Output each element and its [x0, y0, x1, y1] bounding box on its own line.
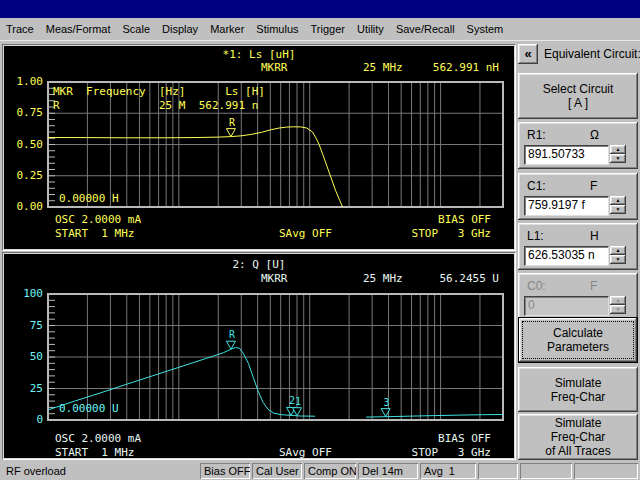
svg-text:1: 1: [295, 396, 301, 407]
spinner-down-l1[interactable]: ▼: [610, 255, 626, 264]
ls-chart-title: *1: Ls [uH]: [3, 49, 515, 61]
q-chart-panel: R213 2: Q [U] MKRR 25 MHz 56.2455 U 0.00…: [2, 252, 516, 460]
param-group-c1: C1:F759.9197 f▲▼: [518, 173, 638, 220]
y-axis-tick-label: 1.00: [9, 76, 43, 88]
y-axis-tick-label: 100: [9, 288, 43, 300]
select-circuit-button[interactable]: Select Circuit [ A ]: [518, 73, 638, 119]
q-osc-level: OSC 2.0000 mA: [55, 433, 141, 445]
simulate-all-traces-button[interactable]: Simulate Freq-Char of All Traces: [518, 414, 638, 460]
param-unit-c1: F: [590, 179, 597, 193]
status-bias-off: Bias OFF: [200, 463, 250, 479]
y-axis-tick-label: 0: [9, 414, 43, 426]
status-cal-user: Cal User: [252, 463, 302, 479]
spinner-down-r1[interactable]: ▼: [610, 154, 626, 163]
status-message: RF overload: [2, 463, 198, 479]
svg-text:R: R: [229, 117, 236, 128]
q-marker-freq: 25 MHz: [363, 273, 403, 285]
menu-system[interactable]: System: [461, 20, 510, 38]
collapse-panel-button[interactable]: «: [518, 44, 538, 64]
ls-sweep-avg: SAvg OFF: [279, 228, 332, 240]
y-axis-tick-label: 0.00: [9, 201, 43, 213]
spinner-up-c1[interactable]: ▲: [610, 196, 626, 205]
panel-title: Equivalent Circuit:: [544, 47, 640, 61]
menu-meas-format[interactable]: Meas/Format: [40, 20, 117, 38]
status-empty-cell: [520, 463, 572, 479]
menu-bar: TraceMeas/FormatScaleDisplayMarkerStimul…: [0, 18, 640, 41]
status-bar: RF overloadBias OFFCal UserComp ONDel 14…: [0, 462, 640, 480]
param-unit-c0: F: [590, 279, 597, 293]
param-spinner-c0: ▲▼: [610, 296, 626, 314]
y-axis-tick-label: 0.75: [9, 107, 43, 119]
y-axis-tick-label: 75: [9, 320, 43, 332]
param-input-c0: 0: [524, 296, 609, 316]
param-label-c0: C0:: [527, 279, 546, 293]
ls-marker-table-row: R 25 M 562.991 n: [53, 100, 258, 112]
spinner-down-c0: ▼: [610, 305, 626, 314]
svg-text:R: R: [229, 329, 236, 340]
status-comp-on: Comp ON: [304, 463, 356, 479]
param-unit-l1: H: [590, 229, 599, 243]
analyzer-screen: Trace 1 - E4991A RF Impedance/Material A…: [0, 0, 640, 480]
q-sweep-avg: SAvg OFF: [279, 447, 332, 459]
param-label-l1: L1:: [527, 229, 544, 243]
equivalent-circuit-panel: « Equivalent Circuit: Select Circuit [ A…: [516, 42, 640, 462]
menu-stimulus[interactable]: Stimulus: [250, 20, 304, 38]
param-group-l1: L1:H626.53035 n▲▼: [518, 223, 638, 270]
ls-marker-freq: 25 MHz: [363, 62, 403, 74]
menu-marker[interactable]: Marker: [204, 20, 250, 38]
q-chart-plot: R213: [4, 254, 514, 458]
y-axis-tick-label: 0.50: [9, 139, 43, 151]
y-axis-tick-label: 0.25: [9, 170, 43, 182]
ls-chart-panel: R *1: Ls [uH] MKRR 25 MHz 562.991 nH MKR…: [2, 44, 516, 251]
ls-bias-status: BIAS OFF: [438, 214, 491, 226]
menu-utility[interactable]: Utility: [351, 20, 390, 38]
y-axis-tick-label: 25: [9, 383, 43, 395]
ls-stop-freq: STOP 3 GHz: [412, 228, 491, 240]
menu-trace[interactable]: Trace: [0, 20, 40, 38]
ls-marker-table-header: MKR Frequency [Hz] Ls [H]: [53, 86, 265, 98]
ls-marker-mode: MKRR: [261, 62, 288, 74]
param-label-r1: R1:: [527, 128, 546, 142]
ls-marker-value: 562.991 nH: [433, 62, 499, 74]
simulate-freq-char-button[interactable]: Simulate Freq-Char: [518, 367, 638, 412]
calculate-parameters-button[interactable]: Calculate Parameters: [518, 317, 638, 363]
param-group-r1: R1:Ω891.50733▲▼: [518, 122, 638, 169]
spinner-up-c0: ▲: [610, 296, 626, 305]
q-marker-value: 56.2455 U: [439, 273, 499, 285]
status-empty-cell: [478, 463, 518, 479]
status-empty-cell: [574, 463, 638, 479]
param-group-c0: C0:F0▲▼: [518, 273, 638, 320]
q-reference-value: 0.00000 U: [59, 403, 119, 415]
param-label-c1: C1:: [527, 179, 546, 193]
menu-save-recall[interactable]: Save/Recall: [390, 20, 461, 38]
q-start-freq: START 1 MHz: [55, 447, 134, 459]
param-input-r1[interactable]: 891.50733: [524, 145, 609, 165]
param-input-c1[interactable]: 759.9197 f: [524, 196, 609, 216]
svg-text:3: 3: [384, 397, 390, 408]
ls-start-freq: START 1 MHz: [55, 228, 134, 240]
menu-trigger[interactable]: Trigger: [305, 20, 351, 38]
ls-osc-level: OSC 2.0000 mA: [55, 214, 141, 226]
menu-scale[interactable]: Scale: [117, 20, 157, 38]
menu-display[interactable]: Display: [156, 20, 204, 38]
ls-reference-value: 0.00000 H: [59, 193, 119, 205]
q-chart-title: 2: Q [U]: [3, 259, 515, 271]
focus-rect: [522, 321, 634, 359]
q-bias-status: BIAS OFF: [438, 433, 491, 445]
q-marker-mode: MKRR: [261, 273, 288, 285]
window-titlebar: Trace 1 - E4991A RF Impedance/Material A…: [0, 0, 640, 18]
spinner-up-r1[interactable]: ▲: [610, 145, 626, 154]
param-unit-r1: Ω: [590, 128, 599, 142]
spinner-up-l1[interactable]: ▲: [610, 246, 626, 255]
param-input-l1[interactable]: 626.53035 n: [524, 246, 609, 266]
status-avg-1: Avg 1: [420, 463, 476, 479]
spinner-down-c1[interactable]: ▼: [610, 205, 626, 214]
status-del-14m: Del 14m: [358, 463, 418, 479]
param-spinner-c1: ▲▼: [610, 196, 626, 214]
param-spinner-l1: ▲▼: [610, 246, 626, 264]
param-spinner-r1: ▲▼: [610, 145, 626, 163]
y-axis-tick-label: 50: [9, 351, 43, 363]
q-stop-freq: STOP 3 GHz: [412, 447, 491, 459]
